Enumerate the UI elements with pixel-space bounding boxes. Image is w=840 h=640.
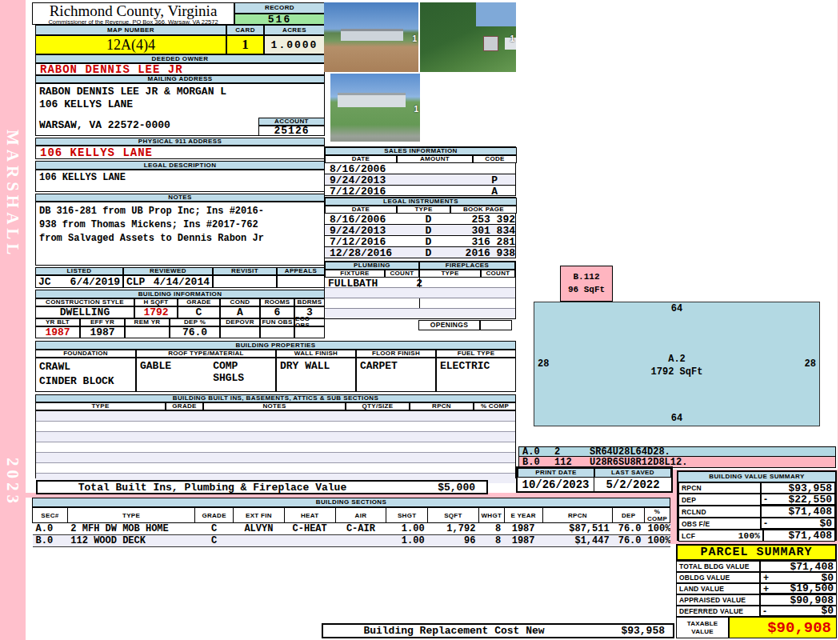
dep-pct-value: 76.0 [170,326,220,338]
bvs-value: $22,550 [772,494,832,506]
bdrms-header: BDRMS [294,298,325,306]
listed-value: JC 6/4/2019 [35,275,123,288]
instr-type: D [402,225,455,235]
property-photo-2[interactable]: 1 [420,2,516,72]
property-photo-3[interactable]: 1 [330,74,420,142]
effyr-value: 1987 [80,326,125,338]
bs-cell: C [195,535,234,547]
photo3-number-badge: 1 [414,105,418,114]
reviewed-value: CLP 4/14/2014 [123,275,213,288]
yrblt-value: 1987 [35,326,80,338]
parcel-value-cell: +$0 [760,572,837,583]
building-sections-grid: SEC# TYPE GRADE EXT FIN HEAT AIR SHGT SQ… [32,507,670,547]
sketch-b-label: B.112 [561,270,612,283]
mailing-line-2: 106 KELLYS LANE [39,98,133,110]
sketch-dim-right: 28 [805,358,816,370]
parcel-op: - [763,606,771,617]
bs-cell: 1.00 [386,535,428,547]
listed-by: JC [38,276,51,288]
sales-row: 8/16/2006 [325,163,515,174]
parcel-value-cell: $90,908 [760,594,837,606]
bs-cell: ALVYN [234,523,285,535]
built-ins-col-grade: GRADE [166,402,203,410]
cond-value: A [220,306,260,318]
property-photo-1[interactable]: 1 [324,2,418,72]
parcel-value: $0 [771,605,834,617]
instr-date: 12/28/2016 [325,247,402,258]
bs-cell: 1.00 [386,523,428,535]
legal-description-value: 106 KELLYS LANE [35,170,325,192]
instrument-row: 7/12/2016 D 316 281 [325,236,515,247]
sketch-section-a: 64 A.2 1792 SqFt 64 28 28 [534,302,820,426]
photo2-shed-shape [483,36,498,51]
record-header: RECORD [234,2,325,14]
floor-finish-header: FLOOR FINISH [356,350,436,358]
bs-cell: 8 [478,523,504,535]
built-ins-total-value: $5,000 [387,482,486,494]
bvs-value-cell: -$0 [761,518,835,530]
parcel-value: $71,408 [771,561,834,573]
parcel-row-appraised: APPRAISED VALUE $90,908 [676,594,837,606]
ecoobs-value [294,326,325,338]
photo1-house-shape [341,29,403,41]
depovr-value [220,326,260,338]
bvs-row-obs: OBS F/E -$0 [678,518,835,530]
sales-col-date: DATE [325,155,397,163]
sale-date: 9/24/2013 [325,174,400,185]
remyr-header: REM YR [125,318,170,326]
dep-pct-header: DEP % [170,318,220,326]
sale-code: P [474,174,515,185]
funobs-value [260,326,294,338]
sale-code: A [474,186,515,196]
ecoobs-header: ECO OBS [294,318,325,326]
bs-cell: 1,792 [428,523,479,535]
deeded-owner-value: RABON DENNIS LEE JR [35,63,325,75]
built-ins-col-comp: % COMP [474,402,516,410]
bs-col: SQFT [428,508,479,523]
roof-type-value: GABLE [140,360,171,372]
sales-row: 7/12/2016 A [325,186,515,196]
physical-address-header: PHYSICAL 911 ADDRESS [35,138,325,146]
building-sections-table: BUILDING SECTIONS SEC# TYPE GRADE EXT FI… [32,498,670,547]
bs-col: HEAT [284,508,335,523]
legal-description-header: LEGAL DESCRIPTION [35,161,325,170]
foundation-value: CRAWL CINDER BLOCK [35,358,136,392]
built-ins-empty-row [36,463,515,474]
title-box: Richmond County, Virginia Commissioner o… [32,2,234,25]
building-section-row: B.0 112 WOOD DECK C 1.00 96 8 1987 $1,44… [33,535,670,547]
print-date-header: PRINT DATE [518,468,594,478]
bs-col: TYPE [67,508,194,523]
yrblt-header: YR BLT [35,318,80,326]
bvs-label: DEP [678,494,761,506]
notes-line-3: from Salvaged Assets to Dennis Rabon Jr [39,232,321,246]
revisit-value [213,275,277,288]
taxable-value-label: TAXABLE VALUE [676,617,729,638]
sales-row: 9/24/2013 P [325,174,515,186]
funobs-header: FUN OBS [260,318,294,326]
legal-instruments-table: LEGAL INSTRUMENTS DATE TYPE BOOK PAGE 8/… [324,197,516,258]
bs-col: EXT FIN [234,508,285,523]
instr-date: 9/24/2013 [325,225,402,235]
replacement-cost-value: $93,958 [585,625,673,637]
print-date-value: 10/26/2023 [518,478,594,491]
sketch-dim-left: 28 [538,358,549,370]
fireplaces-header: FIREPLACES [419,262,515,270]
built-ins-empty-rows [35,410,516,478]
bs-col: WHGT [478,508,504,523]
instr-bookpage: 253 392 [455,214,515,224]
parcel-row-taxable: TAXABLE VALUE $90,908 [676,617,837,638]
reviewed-header: REVIEWED [123,267,213,275]
parcel-label: APPRAISED VALUE [676,594,760,606]
bs-cell: A.0 [33,523,68,535]
built-ins-total-label: Total Built Ins, Plumbing & Fireplace Va… [38,482,387,494]
instr-type: D [402,247,455,258]
card-body: Richmond County, Virginia Commissioner o… [26,0,838,640]
sketch-legend-row-a: A.0 2 SR64U28L64D28. [518,446,836,457]
openings-label: OPENINGS [418,320,480,330]
legend-sec: A.0 [519,446,554,458]
instr-type: D [402,236,455,246]
parcel-summary-header: PARCEL SUMMARY [676,544,837,561]
plumbing-row: FULLBATH 2 [325,278,515,288]
reviewed-date: 4/14/2014 [154,276,210,288]
plumbing-row [325,298,515,309]
